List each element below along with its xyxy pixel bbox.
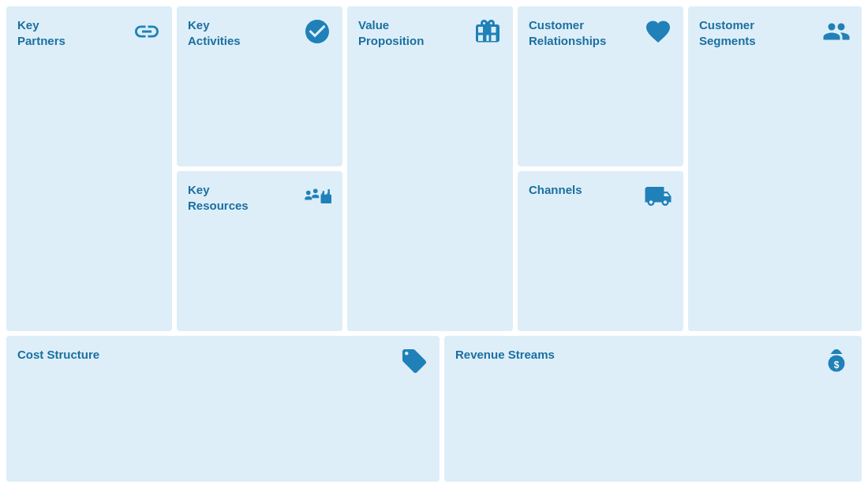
- business-model-canvas: Key Partners Key Activities: [0, 0, 868, 488]
- bottom-section: Cost Structure Revenue Streams $: [6, 336, 862, 482]
- cost-structure-title: Cost Structure: [17, 347, 326, 363]
- cell-key-partners[interactable]: Key Partners: [6, 6, 172, 331]
- svg-rect-7: [323, 191, 324, 195]
- svg-rect-5: [323, 198, 325, 203]
- key-partners-title: Key Partners: [17, 17, 125, 48]
- svg-rect-6: [327, 198, 329, 202]
- people-icon: [822, 17, 851, 51]
- check-circle-icon: [303, 17, 331, 51]
- svg-rect-2: [321, 195, 332, 203]
- tag-icon: [400, 347, 428, 381]
- svg-rect-8: [328, 189, 330, 195]
- cell-cost-structure[interactable]: Cost Structure: [6, 336, 440, 482]
- svg-text:$: $: [834, 359, 840, 371]
- heart-icon: [644, 17, 672, 51]
- customer-relationships-title: Customer Relationships: [529, 17, 637, 48]
- cell-key-resources[interactable]: Key Resources: [177, 171, 342, 331]
- cell-revenue-streams[interactable]: Revenue Streams $: [444, 336, 862, 482]
- cell-customer-relationships[interactable]: Customer Relationships: [518, 6, 683, 166]
- svg-point-0: [306, 191, 311, 196]
- revenue-streams-title: Revenue Streams: [455, 347, 752, 363]
- col-customer-relationships: Customer Relationships Channels: [518, 6, 683, 331]
- customer-segments-title: Customer Segments: [699, 17, 813, 48]
- link-icon: [133, 17, 161, 51]
- channels-title: Channels: [529, 182, 637, 198]
- cell-key-activities[interactable]: Key Activities: [177, 6, 342, 166]
- truck-icon: [644, 182, 672, 216]
- factory-people-icon: [303, 182, 331, 216]
- gift-icon: [473, 17, 502, 51]
- cell-channels[interactable]: Channels: [518, 171, 683, 331]
- top-section: Key Partners Key Activities: [6, 6, 862, 331]
- key-activities-title: Key Activities: [188, 17, 296, 48]
- col-key-activities: Key Activities Key Resources: [177, 6, 342, 331]
- money-bag-icon: $: [822, 347, 851, 381]
- cell-value-proposition[interactable]: Value Proposition: [347, 6, 513, 331]
- value-proposition-title: Value Proposition: [358, 17, 466, 48]
- svg-point-1: [313, 188, 318, 193]
- key-resources-title: Key Resources: [188, 182, 296, 213]
- cell-customer-segments[interactable]: Customer Segments: [688, 6, 862, 331]
